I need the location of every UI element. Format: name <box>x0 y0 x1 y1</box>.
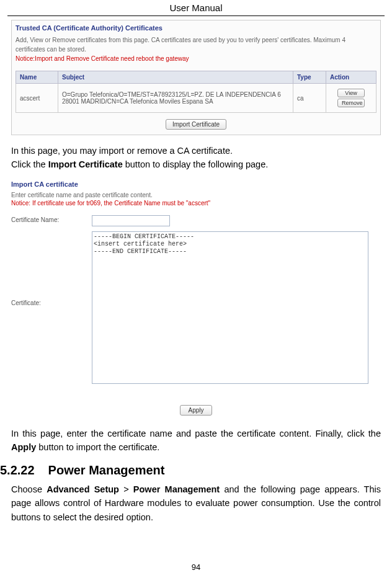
th-action: Action <box>326 71 376 84</box>
th-type: Type <box>293 71 326 84</box>
bold-text: Apply <box>11 442 36 452</box>
para-apply: In this page, enter the certificate name… <box>11 427 381 455</box>
bold-text: Import Certificate <box>48 159 123 169</box>
import-ca-desc: Enter certificate name and paste certifi… <box>11 192 381 198</box>
cert-name-row: Certificate Name: <box>11 215 381 226</box>
text: button to display the following page. <box>123 159 269 169</box>
cert-table: Name Subject Type Action acscert O=Grupo… <box>16 71 376 113</box>
view-button[interactable]: View <box>337 89 365 97</box>
apply-button[interactable]: Apply <box>180 405 212 416</box>
cell-name: acscert <box>16 84 58 113</box>
para-power-mgmt: Choose Advanced Setup > Power Management… <box>11 482 381 524</box>
cell-action: View Remove <box>326 84 376 113</box>
text: Click the <box>11 159 48 169</box>
import-ca-notice: Notice: If certificate use for tr069, th… <box>11 200 381 207</box>
cert-name-label: Certificate Name: <box>11 215 92 223</box>
remove-button[interactable]: Remove <box>337 99 365 107</box>
section-title: Power Management <box>48 463 165 478</box>
table-row: acscert O=Grupo Telefonica/O=TME/ST=A789… <box>16 84 376 113</box>
section-number: 5.2.22 <box>0 463 35 478</box>
import-ca-title: Import CA certificate <box>11 180 381 188</box>
trusted-ca-notice: Notice:Import and Remove Certificate nee… <box>16 55 376 62</box>
import-ca-screenshot: Import CA certificate Enter certificate … <box>11 180 381 418</box>
trusted-ca-desc: Add, View or Remove certificates from th… <box>16 35 376 54</box>
th-subject: Subject <box>58 71 293 84</box>
cell-type: ca <box>293 84 326 113</box>
page-number: 94 <box>0 562 392 572</box>
bold-text: Advanced Setup <box>47 484 119 494</box>
text: In this page, enter the certificate name… <box>11 429 381 438</box>
cert-name-input[interactable] <box>92 215 170 226</box>
section-heading: 5.2.22 Power Management <box>11 463 381 478</box>
page-header: User Manual <box>7 0 385 16</box>
import-certificate-button[interactable]: Import Certificate <box>166 119 226 130</box>
cert-content-label: Certificate: <box>11 231 92 306</box>
cell-subject: O=Grupo Telefonica/O=TME/ST=A78923125/L=… <box>58 84 293 113</box>
th-name: Name <box>16 71 58 84</box>
para-import-remove: In this page, you may import or remove a… <box>11 144 381 172</box>
bold-text: Power Management <box>133 484 220 494</box>
text: Choose <box>11 484 47 494</box>
trusted-ca-screenshot: Trusted CA (Certificate Authority) Certi… <box>11 20 381 135</box>
text: In this page, you may import or remove a… <box>11 146 233 156</box>
trusted-ca-title: Trusted CA (Certificate Authority) Certi… <box>16 24 376 32</box>
text: button to import the certificate. <box>36 442 159 452</box>
cert-content-row: Certificate: <box>11 231 381 384</box>
text: > <box>119 484 133 494</box>
table-header-row: Name Subject Type Action <box>16 71 376 84</box>
cert-textarea[interactable] <box>92 231 368 384</box>
